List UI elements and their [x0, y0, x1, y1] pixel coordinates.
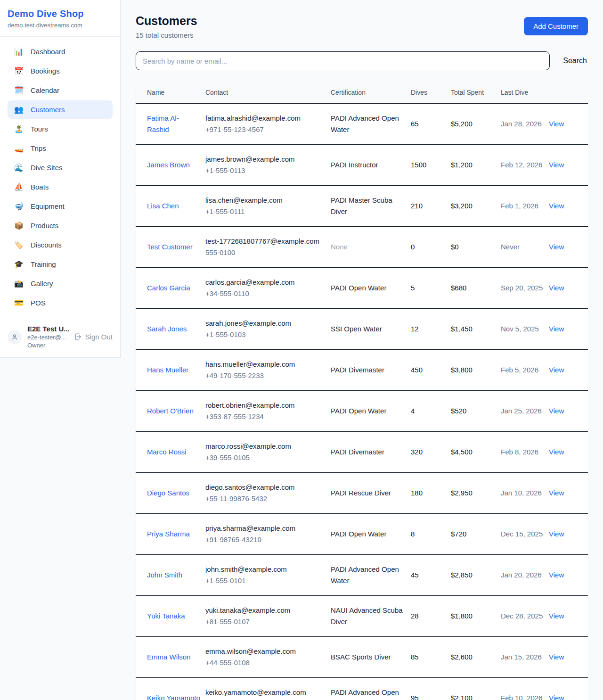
customer-name-link[interactable]: Yuki Tanaka — [147, 612, 185, 620]
view-customer-link[interactable]: View — [549, 243, 564, 251]
sidebar-item[interactable]: ⛵ Boats — [8, 178, 113, 196]
sidebar-item[interactable]: 📸 Gallery — [8, 274, 113, 293]
sidebar-item[interactable]: 💳 POS — [8, 294, 113, 312]
column-header-dives: Dives — [411, 82, 451, 103]
view-customer-link[interactable]: View — [549, 694, 564, 700]
search-button[interactable]: Search — [562, 54, 588, 68]
view-customer-link[interactable]: View — [549, 612, 564, 620]
customer-total-spent: $2,100 — [451, 694, 473, 700]
customer-name-link[interactable]: Diego Santos — [147, 489, 189, 497]
logout-icon — [74, 333, 82, 341]
sidebar-item[interactable]: 📦 Products — [8, 216, 113, 235]
nav-item-icon: ⛵ — [14, 182, 24, 191]
sidebar-item[interactable]: 📅 Bookings — [8, 62, 113, 80]
nav-item-label: Training — [31, 260, 56, 268]
nav-item-icon: 📊 — [14, 47, 24, 56]
view-customer-link[interactable]: View — [549, 571, 564, 579]
view-customer-link[interactable]: View — [549, 530, 564, 538]
customer-dives: 45 — [411, 571, 419, 579]
nav-item-label: Boats — [31, 183, 49, 191]
customer-name-link[interactable]: Fatima Al-Rashid — [147, 114, 179, 133]
search-row: Search — [136, 51, 588, 70]
view-customer-link[interactable]: View — [549, 325, 564, 333]
customer-dives: 8 — [411, 530, 415, 538]
customer-phone: +49-170-555-2233 — [205, 370, 326, 381]
customers-table-card: Name Contact Certification Dives Total S… — [136, 82, 588, 700]
customer-email: carlos.garcia@example.com — [205, 277, 326, 288]
view-customer-link[interactable]: View — [549, 161, 564, 169]
view-customer-link[interactable]: View — [549, 202, 564, 210]
customer-certification: PADI Advanced Open Water — [331, 688, 399, 700]
sign-out-button[interactable]: Sign Out — [74, 333, 113, 341]
customer-phone: +55-11-99876-5432 — [205, 493, 326, 504]
customer-name-link[interactable]: Robert O'Brien — [147, 407, 194, 415]
customer-email: keiko.yamamoto@example.com — [205, 687, 326, 698]
table-row: Yuki Tanaka yuki.tanaka@example.com +81-… — [136, 595, 588, 636]
customer-last-dive: Feb 12, 2026 — [501, 161, 542, 169]
sidebar-item[interactable]: 🏝️ Tours — [8, 120, 113, 138]
sidebar-item[interactable]: 👥 Customers — [8, 100, 113, 119]
sidebar-item[interactable]: 🚤 Trips — [8, 139, 113, 157]
view-customer-link[interactable]: View — [549, 366, 564, 374]
sidebar-item[interactable]: 🏷️ Discounts — [8, 236, 113, 254]
customer-name-link[interactable]: James Brown — [147, 161, 190, 169]
user-email: e2e-tester@... — [27, 334, 68, 341]
view-customer-link[interactable]: View — [549, 120, 564, 128]
customer-certification: PADI Master Scuba Diver — [331, 196, 392, 215]
user-name: E2E Test U... — [27, 325, 68, 333]
customer-total-spent: $4,500 — [451, 448, 473, 456]
customer-certification: PADI Advanced Open Water — [331, 114, 399, 133]
person-icon — [11, 333, 18, 341]
customer-email: marco.rossi@example.com — [205, 441, 326, 452]
customer-certification: PADI Open Water — [331, 407, 386, 415]
view-customer-link[interactable]: View — [549, 653, 564, 661]
view-customer-link[interactable]: View — [549, 284, 564, 292]
customer-name-link[interactable]: Sarah Jones — [147, 325, 187, 333]
customer-certification: NAUI Advanced Scuba Diver — [331, 606, 403, 626]
customer-name-link[interactable]: Keiko Yamamoto — [147, 694, 200, 700]
customer-certification: BSAC Sports Diver — [331, 653, 391, 661]
nav-item-icon: 🎓 — [14, 260, 24, 269]
sidebar-item[interactable]: 📊 Dashboard — [8, 42, 113, 61]
customer-name-link[interactable]: John Smith — [147, 571, 182, 579]
customer-email: fatima.alrashid@example.com — [205, 113, 326, 124]
search-input[interactable] — [136, 51, 550, 70]
avatar — [8, 330, 22, 344]
sidebar-item[interactable]: 🤿 Equipment — [8, 197, 113, 215]
brand-block: Demo Dive Shop demo.test.divestreams.com — [0, 8, 120, 37]
table-row: Priya Sharma priya.sharma@example.com +9… — [136, 513, 588, 554]
customer-last-dive: Feb 1, 2026 — [501, 202, 538, 210]
nav-item-icon: 💳 — [14, 298, 24, 307]
customer-name-link[interactable]: Marco Rossi — [147, 448, 186, 456]
view-customer-link[interactable]: View — [549, 407, 564, 415]
user-block: E2E Test U... e2e-tester@... Owner — [27, 325, 68, 349]
page-title: Customers — [136, 14, 197, 28]
customer-total-spent: $1,450 — [451, 325, 473, 333]
nav-item-label: Bookings — [31, 67, 60, 75]
view-customer-link[interactable]: View — [549, 489, 564, 497]
customer-name-link[interactable]: Carlos Garcia — [147, 284, 190, 292]
table-row: Robert O'Brien robert.obrien@example.com… — [136, 390, 588, 431]
customer-certification: PADI Open Water — [331, 284, 386, 292]
view-customer-link[interactable]: View — [549, 448, 564, 456]
sidebar-item[interactable]: 🗓️ Calendar — [8, 81, 113, 99]
table-row: Fatima Al-Rashid fatima.alrashid@example… — [136, 103, 588, 144]
customer-name-link[interactable]: Test Customer — [147, 243, 193, 251]
customer-name-link[interactable]: Lisa Chen — [147, 202, 179, 210]
customer-last-dive: Jan 15, 2026 — [501, 653, 542, 661]
customer-phone: +44-555-0108 — [205, 657, 326, 668]
sign-out-label: Sign Out — [85, 333, 113, 341]
customer-name-link[interactable]: Priya Sharma — [147, 530, 190, 538]
customer-certification: PADI Rescue Diver — [331, 489, 391, 497]
main-content: Customers 15 total customers Add Custome… — [121, 0, 603, 700]
customer-certification: PADI Divemaster — [331, 366, 384, 374]
add-customer-button[interactable]: Add Customer — [524, 17, 588, 35]
customer-dives: 95 — [411, 694, 419, 700]
sidebar-item[interactable]: 🎓 Training — [8, 255, 113, 273]
customer-phone: +1-555-0111 — [205, 206, 326, 217]
sidebar: Demo Dive Shop demo.test.divestreams.com… — [0, 0, 121, 358]
sidebar-item[interactable]: 🌊 Dive Sites — [8, 158, 113, 177]
customer-name-link[interactable]: Hans Mueller — [147, 366, 188, 374]
customer-name-link[interactable]: Emma Wilson — [147, 653, 191, 661]
customer-phone: +971-55-123-4567 — [205, 124, 326, 135]
